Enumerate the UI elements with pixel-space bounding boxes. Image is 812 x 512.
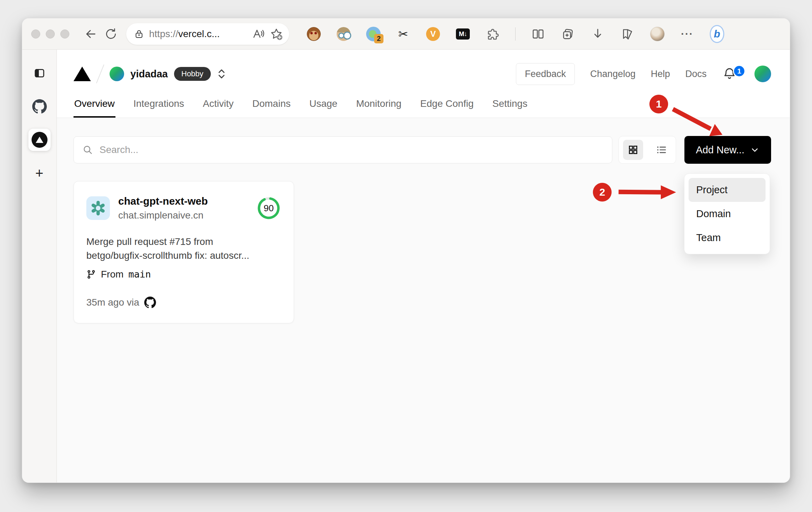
- tab-settings[interactable]: Settings: [492, 95, 528, 118]
- dashboard-header: yidadaa Hobby Feedback Changelog Help Do…: [57, 50, 790, 118]
- dashboard-tabs: Overview Integrations Activity Domains U…: [74, 95, 771, 118]
- extension-badge: 2: [374, 34, 383, 43]
- project-search: [74, 136, 612, 163]
- back-icon[interactable]: [83, 26, 98, 42]
- add-sidebar-item-icon[interactable]: +: [28, 162, 51, 184]
- browser-essentials-icon[interactable]: [620, 27, 635, 41]
- team-switcher-icon[interactable]: [216, 68, 227, 80]
- github-source-icon: [144, 297, 156, 308]
- github-sidebar-icon[interactable]: [28, 95, 51, 118]
- refresh-icon[interactable]: [103, 26, 119, 42]
- grid-view-icon[interactable]: [623, 140, 643, 160]
- openai-project-icon: [86, 196, 110, 220]
- menu-item-project[interactable]: Project: [689, 178, 766, 202]
- git-branch-icon: [86, 270, 96, 279]
- help-link[interactable]: Help: [651, 69, 670, 79]
- tampermonkey-extension-icon[interactable]: [306, 27, 321, 41]
- tab-edge-config[interactable]: Edge Config: [420, 95, 474, 118]
- more-menu-icon[interactable]: ···: [680, 27, 694, 41]
- sidebar-toggle-icon[interactable]: [28, 62, 51, 84]
- feedback-button[interactable]: Feedback: [516, 63, 575, 85]
- project-name[interactable]: chat-gpt-next-web: [118, 195, 208, 207]
- browser-toolbar: https://vercel.c... 2 ✂ V M↓: [22, 18, 790, 50]
- toolbar-divider: [515, 27, 516, 41]
- lock-icon: [134, 29, 144, 39]
- edge-sidebar: +: [22, 50, 57, 483]
- bing-chat-icon[interactable]: b: [710, 27, 724, 41]
- team-avatar: [110, 67, 124, 81]
- browser-window: https://vercel.c... 2 ✂ V M↓: [22, 18, 790, 483]
- speed-score-value: 90: [256, 196, 281, 221]
- dashboard-content: Add New...: [57, 118, 790, 483]
- minimize-window-button[interactable]: [46, 29, 55, 39]
- menu-item-domain[interactable]: Domain: [689, 202, 766, 226]
- speed-score-ring: 90: [256, 196, 281, 221]
- tab-usage[interactable]: Usage: [309, 95, 338, 118]
- v-extension-icon[interactable]: V: [426, 27, 440, 41]
- docs-link[interactable]: Docs: [685, 69, 707, 79]
- tab-overview[interactable]: Overview: [74, 95, 115, 118]
- vercel-logo[interactable]: [74, 67, 91, 81]
- project-card[interactable]: chat-gpt-next-web chat.simplenaive.cn 90: [74, 181, 294, 323]
- project-domain[interactable]: chat.simplenaive.cn: [118, 210, 208, 221]
- markdown-extension-icon[interactable]: M↓: [456, 27, 470, 41]
- team-name: yidadaa: [130, 68, 168, 80]
- branch-label: From: [101, 269, 123, 280]
- add-new-dropdown: Project Domain Team: [684, 173, 770, 254]
- close-window-button[interactable]: [31, 29, 40, 39]
- list-view-icon[interactable]: [651, 140, 672, 160]
- window-controls: [31, 29, 69, 39]
- extensions-puzzle-icon[interactable]: [485, 27, 500, 41]
- vercel-sidebar-item-active[interactable]: [28, 129, 51, 151]
- url-text: https://vercel.c...: [149, 28, 248, 40]
- downloads-icon[interactable]: [590, 27, 605, 41]
- scissors-extension-icon[interactable]: ✂: [396, 27, 411, 41]
- search-icon: [82, 144, 93, 155]
- view-toggle: [619, 136, 676, 164]
- diver-extension-icon[interactable]: [336, 27, 351, 41]
- branch-name: main: [128, 269, 151, 280]
- search-input[interactable]: [100, 144, 604, 155]
- menu-item-team[interactable]: Team: [689, 226, 766, 250]
- proxy-extension-icon[interactable]: 2: [366, 27, 381, 41]
- plan-badge: Hobby: [174, 67, 211, 81]
- split-screen-icon[interactable]: [531, 27, 545, 41]
- tab-monitoring[interactable]: Monitoring: [355, 95, 402, 118]
- read-aloud-icon[interactable]: [252, 28, 265, 40]
- changelog-link[interactable]: Changelog: [590, 69, 636, 79]
- zoom-window-button[interactable]: [60, 29, 69, 39]
- address-bar[interactable]: https://vercel.c...: [126, 23, 289, 45]
- breadcrumb-separator: [96, 65, 104, 84]
- notifications-bell-icon[interactable]: 1: [723, 67, 736, 81]
- user-avatar[interactable]: [754, 66, 771, 82]
- collections-icon[interactable]: [561, 27, 575, 41]
- add-new-button[interactable]: Add New...: [684, 136, 771, 164]
- latest-commit-message: Merge pull request #715 from betgo/bugfi…: [86, 235, 281, 263]
- add-favorite-icon[interactable]: [270, 27, 283, 41]
- vercel-dashboard: yidadaa Hobby Feedback Changelog Help Do…: [57, 50, 790, 483]
- notification-count-badge: 1: [733, 65, 745, 77]
- deploy-time: 35m ago via: [86, 297, 139, 308]
- tab-activity[interactable]: Activity: [202, 95, 234, 118]
- tab-domains[interactable]: Domains: [252, 95, 291, 118]
- tab-integrations[interactable]: Integrations: [133, 95, 185, 118]
- profile-avatar[interactable]: [650, 27, 665, 41]
- extension-icons: 2 ✂ V M↓ ··· b: [306, 27, 724, 41]
- vercel-app-icon: [32, 132, 47, 148]
